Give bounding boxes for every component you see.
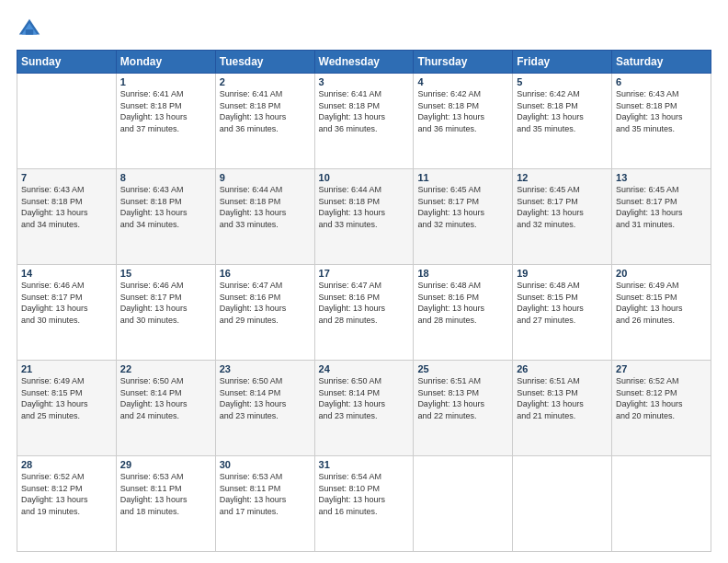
day-info: Sunrise: 6:49 AM Sunset: 8:15 PM Dayligh… <box>616 280 707 326</box>
page: SundayMondayTuesdayWednesdayThursdayFrid… <box>0 0 728 563</box>
day-number: 4 <box>417 76 508 87</box>
calendar-cell: 1Sunrise: 6:41 AM Sunset: 8:18 PM Daylig… <box>116 74 215 169</box>
day-number: 9 <box>220 172 311 183</box>
day-number: 28 <box>21 459 112 470</box>
calendar-cell: 17Sunrise: 6:47 AM Sunset: 8:16 PM Dayli… <box>314 265 414 361</box>
day-number: 6 <box>616 76 707 87</box>
day-number: 10 <box>319 172 410 183</box>
day-info: Sunrise: 6:43 AM Sunset: 8:18 PM Dayligh… <box>120 184 211 230</box>
day-info: Sunrise: 6:52 AM Sunset: 8:12 PM Dayligh… <box>616 375 707 421</box>
day-number: 31 <box>319 459 410 470</box>
day-info: Sunrise: 6:54 AM Sunset: 8:10 PM Dayligh… <box>319 471 410 517</box>
day-info: Sunrise: 6:43 AM Sunset: 8:18 PM Dayligh… <box>616 88 707 134</box>
day-info: Sunrise: 6:47 AM Sunset: 8:16 PM Dayligh… <box>319 280 410 326</box>
day-number: 2 <box>220 76 311 87</box>
day-info: Sunrise: 6:51 AM Sunset: 8:13 PM Dayligh… <box>417 375 508 421</box>
calendar-cell: 3Sunrise: 6:41 AM Sunset: 8:18 PM Daylig… <box>314 74 414 169</box>
weekday-header-monday: Monday <box>116 51 215 74</box>
day-info: Sunrise: 6:51 AM Sunset: 8:13 PM Dayligh… <box>517 375 608 421</box>
day-number: 21 <box>21 363 112 374</box>
day-info: Sunrise: 6:50 AM Sunset: 8:14 PM Dayligh… <box>319 375 410 421</box>
day-number: 16 <box>220 268 311 279</box>
calendar-table: SundayMondayTuesdayWednesdayThursdayFrid… <box>17 50 711 552</box>
calendar-cell: 2Sunrise: 6:41 AM Sunset: 8:18 PM Daylig… <box>215 74 314 169</box>
day-info: Sunrise: 6:43 AM Sunset: 8:18 PM Dayligh… <box>21 184 112 230</box>
day-info: Sunrise: 6:46 AM Sunset: 8:17 PM Dayligh… <box>21 280 112 326</box>
day-number: 3 <box>319 76 410 87</box>
day-info: Sunrise: 6:50 AM Sunset: 8:14 PM Dayligh… <box>220 375 311 421</box>
day-number: 26 <box>517 363 608 374</box>
calendar-cell: 12Sunrise: 6:45 AM Sunset: 8:17 PM Dayli… <box>513 169 612 265</box>
week-row-1: 1Sunrise: 6:41 AM Sunset: 8:18 PM Daylig… <box>17 74 711 169</box>
day-info: Sunrise: 6:42 AM Sunset: 8:18 PM Dayligh… <box>517 88 608 134</box>
calendar-cell: 10Sunrise: 6:44 AM Sunset: 8:18 PM Dayli… <box>314 169 414 265</box>
header <box>17 17 711 42</box>
day-number: 24 <box>319 363 410 374</box>
calendar-cell: 26Sunrise: 6:51 AM Sunset: 8:13 PM Dayli… <box>513 361 612 456</box>
calendar-cell: 24Sunrise: 6:50 AM Sunset: 8:14 PM Dayli… <box>314 361 414 456</box>
calendar-cell: 28Sunrise: 6:52 AM Sunset: 8:12 PM Dayli… <box>17 456 117 552</box>
day-number: 15 <box>120 268 211 279</box>
day-number: 29 <box>120 459 211 470</box>
day-info: Sunrise: 6:53 AM Sunset: 8:11 PM Dayligh… <box>120 471 211 517</box>
week-row-4: 21Sunrise: 6:49 AM Sunset: 8:15 PM Dayli… <box>17 361 711 456</box>
calendar-cell: 7Sunrise: 6:43 AM Sunset: 8:18 PM Daylig… <box>17 169 117 265</box>
calendar-cell <box>17 74 117 169</box>
calendar-cell: 23Sunrise: 6:50 AM Sunset: 8:14 PM Dayli… <box>215 361 314 456</box>
calendar-cell: 5Sunrise: 6:42 AM Sunset: 8:18 PM Daylig… <box>513 74 612 169</box>
calendar-cell: 29Sunrise: 6:53 AM Sunset: 8:11 PM Dayli… <box>116 456 215 552</box>
calendar-cell: 30Sunrise: 6:53 AM Sunset: 8:11 PM Dayli… <box>215 456 314 552</box>
day-info: Sunrise: 6:44 AM Sunset: 8:18 PM Dayligh… <box>220 184 311 230</box>
weekday-header-wednesday: Wednesday <box>314 51 414 74</box>
day-number: 14 <box>21 268 112 279</box>
calendar-cell: 15Sunrise: 6:46 AM Sunset: 8:17 PM Dayli… <box>116 265 215 361</box>
calendar-cell: 25Sunrise: 6:51 AM Sunset: 8:13 PM Dayli… <box>414 361 513 456</box>
day-info: Sunrise: 6:50 AM Sunset: 8:14 PM Dayligh… <box>120 375 211 421</box>
week-row-5: 28Sunrise: 6:52 AM Sunset: 8:12 PM Dayli… <box>17 456 711 552</box>
calendar-cell: 27Sunrise: 6:52 AM Sunset: 8:12 PM Dayli… <box>612 361 711 456</box>
day-info: Sunrise: 6:47 AM Sunset: 8:16 PM Dayligh… <box>220 280 311 326</box>
calendar-cell: 8Sunrise: 6:43 AM Sunset: 8:18 PM Daylig… <box>116 169 215 265</box>
day-number: 11 <box>417 172 508 183</box>
weekday-header-saturday: Saturday <box>612 51 711 74</box>
day-number: 19 <box>517 268 608 279</box>
calendar-cell: 18Sunrise: 6:48 AM Sunset: 8:16 PM Dayli… <box>414 265 513 361</box>
calendar-cell <box>612 456 711 552</box>
day-info: Sunrise: 6:45 AM Sunset: 8:17 PM Dayligh… <box>616 184 707 230</box>
day-number: 27 <box>616 363 707 374</box>
day-info: Sunrise: 6:53 AM Sunset: 8:11 PM Dayligh… <box>220 471 311 517</box>
calendar-cell: 21Sunrise: 6:49 AM Sunset: 8:15 PM Dayli… <box>17 361 117 456</box>
day-number: 1 <box>120 76 211 87</box>
logo <box>17 17 46 42</box>
calendar-cell: 16Sunrise: 6:47 AM Sunset: 8:16 PM Dayli… <box>215 265 314 361</box>
weekday-header-friday: Friday <box>513 51 612 74</box>
day-number: 20 <box>616 268 707 279</box>
day-number: 8 <box>120 172 211 183</box>
day-info: Sunrise: 6:46 AM Sunset: 8:17 PM Dayligh… <box>120 280 211 326</box>
weekday-header-thursday: Thursday <box>414 51 513 74</box>
day-info: Sunrise: 6:41 AM Sunset: 8:18 PM Dayligh… <box>220 88 311 134</box>
calendar-cell: 19Sunrise: 6:48 AM Sunset: 8:15 PM Dayli… <box>513 265 612 361</box>
calendar-cell: 22Sunrise: 6:50 AM Sunset: 8:14 PM Dayli… <box>116 361 215 456</box>
day-number: 7 <box>21 172 112 183</box>
calendar-cell: 13Sunrise: 6:45 AM Sunset: 8:17 PM Dayli… <box>612 169 711 265</box>
day-info: Sunrise: 6:45 AM Sunset: 8:17 PM Dayligh… <box>417 184 508 230</box>
day-info: Sunrise: 6:41 AM Sunset: 8:18 PM Dayligh… <box>319 88 410 134</box>
calendar-cell: 6Sunrise: 6:43 AM Sunset: 8:18 PM Daylig… <box>612 74 711 169</box>
calendar-cell: 20Sunrise: 6:49 AM Sunset: 8:15 PM Dayli… <box>612 265 711 361</box>
day-info: Sunrise: 6:49 AM Sunset: 8:15 PM Dayligh… <box>21 375 112 421</box>
day-info: Sunrise: 6:48 AM Sunset: 8:16 PM Dayligh… <box>417 280 508 326</box>
week-row-2: 7Sunrise: 6:43 AM Sunset: 8:18 PM Daylig… <box>17 169 711 265</box>
calendar-cell: 4Sunrise: 6:42 AM Sunset: 8:18 PM Daylig… <box>414 74 513 169</box>
day-number: 25 <box>417 363 508 374</box>
day-number: 23 <box>220 363 311 374</box>
day-info: Sunrise: 6:52 AM Sunset: 8:12 PM Dayligh… <box>21 471 112 517</box>
weekday-header-tuesday: Tuesday <box>215 51 314 74</box>
day-info: Sunrise: 6:44 AM Sunset: 8:18 PM Dayligh… <box>319 184 410 230</box>
logo-icon <box>17 17 42 42</box>
day-number: 12 <box>517 172 608 183</box>
day-info: Sunrise: 6:41 AM Sunset: 8:18 PM Dayligh… <box>120 88 211 134</box>
day-number: 17 <box>319 268 410 279</box>
day-number: 5 <box>517 76 608 87</box>
day-info: Sunrise: 6:48 AM Sunset: 8:15 PM Dayligh… <box>517 280 608 326</box>
